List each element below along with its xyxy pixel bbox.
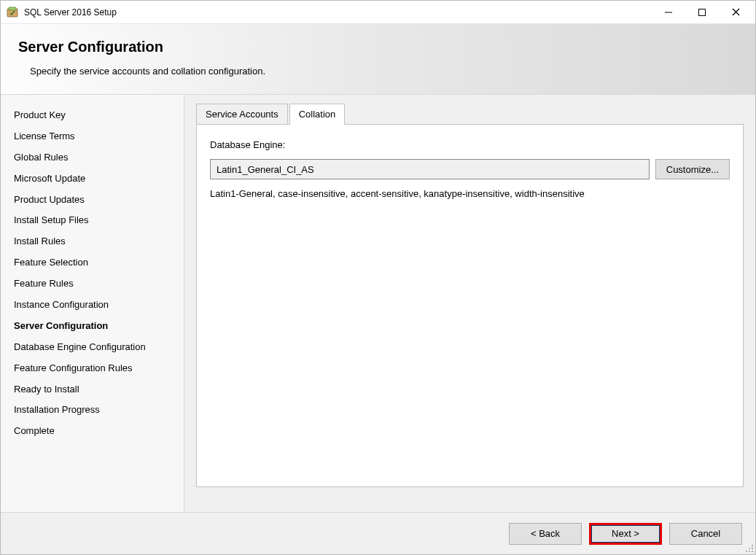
collation-description: Latin1-General, case-insensitive, accent… xyxy=(210,188,730,199)
window-controls xyxy=(652,1,752,23)
maximize-button[interactable] xyxy=(685,1,719,23)
svg-rect-3 xyxy=(699,9,706,15)
sidebar-item-database-engine-configuration[interactable]: Database Engine Configuration xyxy=(14,337,184,358)
collation-value: Latin1_General_CI_AS xyxy=(217,164,314,175)
footer: < Back Next > Cancel xyxy=(1,512,755,554)
minimize-button[interactable] xyxy=(652,1,685,23)
sidebar-item-ready-to-install[interactable]: Ready to Install xyxy=(14,379,184,400)
titlebar: SQL Server 2016 Setup xyxy=(1,1,755,24)
sidebar-item-feature-selection[interactable]: Feature Selection xyxy=(14,252,184,273)
tab-panel-collation: Database Engine: Latin1_General_CI_AS Cu… xyxy=(196,124,744,487)
back-button[interactable]: < Back xyxy=(509,523,582,545)
sidebar-item-feature-rules[interactable]: Feature Rules xyxy=(14,273,184,295)
svg-line-4 xyxy=(733,9,739,15)
sidebar-item-installation-progress[interactable]: Installation Progress xyxy=(14,400,184,421)
sidebar-item-install-setup-files[interactable]: Install Setup Files xyxy=(14,210,184,231)
sidebar: Product Key License Terms Global Rules M… xyxy=(1,95,184,512)
svg-rect-1 xyxy=(9,7,16,10)
svg-point-7 xyxy=(749,548,750,549)
sidebar-item-server-configuration[interactable]: Server Configuration xyxy=(14,316,184,337)
next-button-highlight: Next > xyxy=(589,523,662,545)
collation-input[interactable]: Latin1_General_CI_AS xyxy=(210,159,650,179)
svg-point-8 xyxy=(752,548,753,549)
sidebar-item-instance-configuration[interactable]: Instance Configuration xyxy=(14,295,184,316)
svg-line-5 xyxy=(733,9,739,15)
next-button[interactable]: Next > xyxy=(591,525,660,543)
sidebar-item-microsoft-update[interactable]: Microsoft Update xyxy=(14,168,184,190)
database-engine-label: Database Engine: xyxy=(210,139,730,150)
page-title: Server Configuration xyxy=(18,39,738,55)
window-title: SQL Server 2016 Setup xyxy=(24,7,652,18)
sidebar-item-product-updates[interactable]: Product Updates xyxy=(14,190,184,211)
sidebar-item-license-terms[interactable]: License Terms xyxy=(14,126,184,147)
resize-grip-icon[interactable] xyxy=(744,543,754,553)
tabstrip: Service Accounts Collation xyxy=(196,104,744,125)
sidebar-item-product-key[interactable]: Product Key xyxy=(14,105,184,126)
customize-button[interactable]: Customize... xyxy=(655,159,730,179)
sidebar-item-install-rules[interactable]: Install Rules xyxy=(14,231,184,252)
tab-service-accounts[interactable]: Service Accounts xyxy=(196,104,288,125)
svg-point-10 xyxy=(749,551,750,552)
sidebar-item-feature-configuration-rules[interactable]: Feature Configuration Rules xyxy=(14,358,184,379)
page-subtitle: Specify the service accounts and collati… xyxy=(30,66,738,77)
window: SQL Server 2016 Setup Server Configurati… xyxy=(0,0,756,555)
body-area: Product Key License Terms Global Rules M… xyxy=(1,95,755,512)
close-button[interactable] xyxy=(719,1,752,23)
tab-collation[interactable]: Collation xyxy=(289,104,346,125)
app-icon xyxy=(7,7,18,18)
svg-point-11 xyxy=(752,551,753,552)
svg-point-9 xyxy=(746,551,747,552)
sidebar-item-complete[interactable]: Complete xyxy=(14,421,184,442)
content-area: Service Accounts Collation Database Engi… xyxy=(184,95,755,512)
sidebar-item-global-rules[interactable]: Global Rules xyxy=(14,147,184,168)
svg-point-6 xyxy=(752,545,753,546)
cancel-button[interactable]: Cancel xyxy=(669,523,742,545)
header-panel: Server Configuration Specify the service… xyxy=(1,24,755,95)
